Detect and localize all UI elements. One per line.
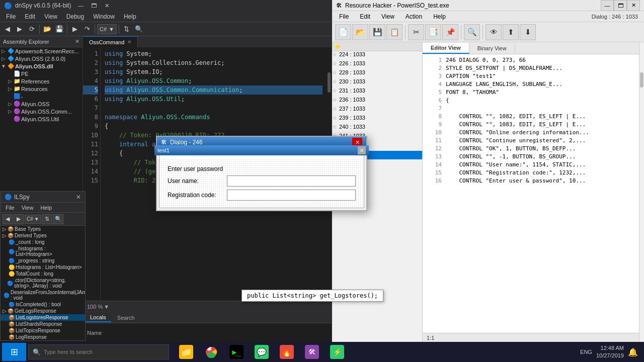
bottom-tab-search[interactable]: Search [112, 314, 140, 322]
rh-menu-view[interactable]: View [376, 12, 399, 21]
toolbar-language-selector[interactable]: C# ▼ [97, 24, 117, 34]
rh-btn-cut[interactable]: ✂ [408, 24, 424, 40]
taskbar-app-task3[interactable]: ⚡ [326, 343, 348, 361]
rh-btn-saveas[interactable]: 📋 [386, 24, 403, 40]
rh-star-237[interactable]: ☆ [332, 106, 337, 114]
expand-aliyun-dll[interactable]: ▼ [0, 63, 7, 69]
ilspy-tree[interactable]: ▷📦Base Types ▷📦Derived Types 🔵_count : l… [1, 226, 85, 340]
ilspy-tree-listtopics[interactable]: 📦ListTopicsResponse [1, 327, 85, 334]
tab-oss-command-close[interactable]: ✕ [127, 39, 131, 45]
expand-aliyun-oss-pkg[interactable]: ▷ [0, 56, 7, 61]
rh-btn-search[interactable]: 🔍 [464, 24, 480, 40]
dnspy-menu-debug[interactable]: Debug [62, 12, 88, 21]
expand-aliyun-oss-ns[interactable]: ▷ [7, 101, 13, 107]
rh-code-view[interactable]: 1 246 DIALOG 0, 0, 273, 66 2 STYLE DS_SE… [423, 54, 639, 333]
ilspy-tree-progress[interactable]: 🔵_progress : string [1, 257, 85, 264]
dialog-username-input[interactable] [227, 175, 356, 187]
taskbar-app-task2[interactable]: 🔥 [276, 343, 298, 361]
rh-btn-copy[interactable]: 📑 [425, 24, 441, 40]
tree-item-references[interactable]: ▷ 📁 References [0, 77, 83, 85]
taskbar-app-whatsapp[interactable]: 💬 [251, 343, 273, 361]
ilspy-tree-totalcount[interactable]: 🟡TotalCount : long [1, 270, 85, 277]
ilspy-tree-count[interactable]: 🔵_count : long [1, 239, 85, 245]
tree-item-aliyun-oss-util[interactable]: 🟣 Aliyun.OSS.Util [0, 115, 83, 123]
ilspy-tree-deserialize[interactable]: 🔵DeserializeFromJsonInternal(JArray) : v… [1, 289, 85, 301]
tree-item-apowersoft[interactable]: ▷ 🔷 Apowersoft.ScreenRecc... [0, 47, 83, 55]
tree-item-aliyun-oss-ns[interactable]: ▷ 🟣 Aliyun.OSS [0, 100, 83, 108]
rh-row-236[interactable]: ☆ 236 : 1033 [332, 97, 422, 106]
dnspy-menu-edit[interactable]: Edit [21, 12, 39, 21]
bottom-tab-locals[interactable]: Locals [85, 313, 111, 322]
rh-btn-import[interactable]: ⬇ [520, 24, 536, 40]
rh-menu-action[interactable]: Action [400, 12, 427, 21]
dnspy-menu-view[interactable]: View [40, 12, 61, 21]
ilspy-tree-listshards[interactable]: 📦ListShardsResponse [1, 321, 85, 327]
tree-item-aliyun-oss-comm[interactable]: ▷ 🟣 Aliyun.OSS.Comm... [0, 108, 83, 115]
rh-row-230[interactable]: ☆ 230 : 1033 [332, 78, 422, 87]
toolbar-search-button[interactable]: 🔍 [133, 24, 144, 35]
expand-references[interactable]: ▷ [7, 78, 13, 84]
toolbar-refresh-button[interactable]: ⟳ [26, 24, 37, 35]
rh-row-224[interactable]: ☆ 224 : 1033 [332, 51, 422, 60]
expand-aliyun-oss-comm[interactable]: ▷ [7, 109, 13, 114]
dnspy-menu-file[interactable]: File [2, 12, 20, 21]
assembly-explorer-close[interactable]: ✕ [75, 38, 79, 45]
ilspy-tree-getlogs[interactable]: ▷📦GetLogsResponse [1, 308, 85, 314]
expand-apowersoft[interactable]: ▷ [0, 48, 7, 54]
dnspy-minimize-button[interactable]: — [74, 0, 87, 11]
rh-row-240[interactable]: ☆ 240 : 1033 [332, 124, 422, 133]
rh-star-240[interactable]: ☆ [332, 124, 337, 132]
tab-oss-command[interactable]: OssCommand ✕ [83, 36, 138, 47]
ilspy-tree-iscompleted[interactable]: 🔵IsCompleted() : bool [1, 301, 85, 308]
toolbar-step-over-button[interactable]: ↷ [82, 24, 93, 35]
rh-star-239[interactable]: ☆ [332, 115, 337, 123]
taskbar-app-rh[interactable]: 🛠 [301, 343, 323, 361]
toolbar-back-button[interactable]: ◀ [2, 24, 13, 35]
dialog-inner-close-btn[interactable]: ✕ [358, 146, 366, 154]
rh-menu-help[interactable]: Help [428, 12, 451, 21]
rh-star-231[interactable]: ☆ [332, 87, 337, 96]
ilspy-close-btn[interactable]: ✕ [76, 194, 81, 201]
ilspy-tree-ctor[interactable]: 🔵.ctor(IDictionary<string, string>, JArr… [1, 277, 85, 289]
rh-star-230[interactable]: ☆ [332, 78, 337, 87]
rh-star-224[interactable]: ☆ [332, 51, 337, 60]
rh-btn-open[interactable]: 📂 [352, 24, 368, 40]
rh-close-button[interactable]: ✕ [627, 0, 640, 11]
ilspy-tree-derived-types[interactable]: ▷📦Derived Types [1, 232, 85, 239]
rh-tab-editor[interactable]: Editor View [423, 43, 469, 54]
rh-row-226[interactable]: ☆ 226 : 1033 [332, 60, 422, 69]
dialog-inner-titlebar[interactable]: test1 ✕ [154, 145, 369, 155]
zoom-dropdown[interactable]: ▼ [104, 304, 109, 310]
rh-menu-file[interactable]: File [334, 12, 354, 21]
taskbar-app-cmd[interactable]: ▶_ [225, 343, 248, 361]
toolbar-debug-button[interactable]: ▶ [69, 24, 80, 35]
toolbar-sort-button[interactable]: ⇅ [121, 24, 132, 35]
rh-minimize-button[interactable]: — [601, 0, 614, 11]
rh-right-scrollbar[interactable] [639, 42, 644, 342]
rh-maximize-button[interactable]: 🗖 [614, 0, 627, 11]
dialog-regcode-input[interactable] [227, 190, 356, 201]
ilspy-menu-help[interactable]: Help [37, 204, 55, 212]
rh-row-239[interactable]: ☆ 239 : 1033 [332, 115, 422, 124]
tree-item-aliyun-dll[interactable]: ▼ 🔶 Aliyun.OSS.dll [0, 62, 83, 70]
dnspy-maximize-button[interactable]: 🗖 [87, 0, 100, 11]
rh-row-237[interactable]: ☆ 237 : 1033 [332, 106, 422, 115]
ilspy-tree-histograms[interactable]: 🔵_histograms : List<Histogram> [1, 245, 85, 257]
dnspy-menu-help[interactable]: Help [120, 12, 140, 21]
ilspy-search-btn[interactable]: 🔍 [53, 214, 63, 224]
toolbar-save-button[interactable]: 💾 [54, 24, 65, 35]
tree-item-dash[interactable]: 🟦 - [0, 93, 83, 100]
ilspy-tree-base-types[interactable]: ▷📦Base Types [1, 226, 85, 232]
ilspy-menu-file[interactable]: File [3, 204, 18, 212]
expand-resources[interactable]: ▷ [7, 86, 13, 92]
dnspy-close-button[interactable]: ✕ [100, 0, 113, 11]
ilspy-nav-fwd[interactable]: ▶ [14, 214, 24, 224]
taskbar-notification-btn[interactable]: 🔔 [628, 347, 638, 357]
rh-row-228[interactable]: ☆ 228 : 1033 [332, 69, 422, 78]
rh-menu-edit[interactable]: Edit [355, 12, 375, 21]
ilspy-tree-histograms-prop[interactable]: 🟡Histograms : List<Histogram> [1, 264, 85, 270]
taskbar-app-chrome[interactable] [200, 343, 222, 361]
rh-btn-paste[interactable]: 📌 [442, 24, 458, 40]
toolbar-forward-button[interactable]: ▶ [14, 24, 25, 35]
taskbar-app-explorer[interactable]: 📁 [175, 343, 197, 361]
